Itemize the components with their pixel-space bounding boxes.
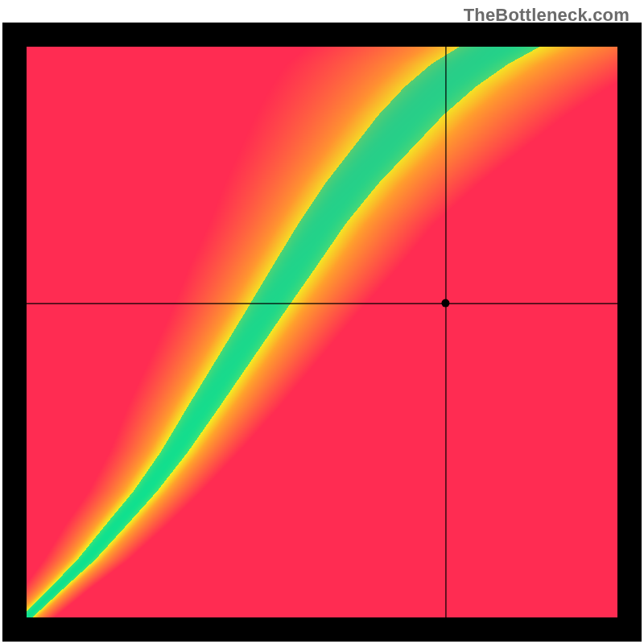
bottleneck-heatmap-canvas bbox=[0, 0, 644, 644]
chart-stage: TheBottleneck.com bbox=[0, 0, 644, 644]
watermark-label: TheBottleneck.com bbox=[464, 5, 630, 26]
